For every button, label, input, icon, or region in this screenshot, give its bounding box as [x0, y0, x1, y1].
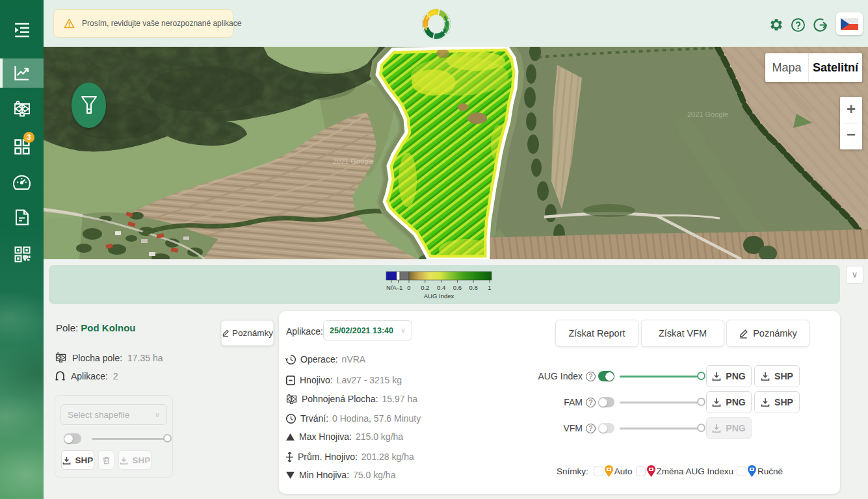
svg-text:1: 1 — [488, 284, 491, 291]
svg-text:2021 Google: 2021 Google — [687, 110, 728, 118]
svg-text:AUG Index: AUG Index — [424, 292, 454, 300]
svg-text:0.8: 0.8 — [469, 284, 478, 291]
svg-text:0: 0 — [407, 284, 410, 291]
svg-text:2021 Google: 2021 Google — [333, 157, 374, 165]
svg-text:0.4: 0.4 — [437, 284, 445, 291]
svg-text:-1: -1 — [397, 284, 402, 291]
svg-text:0.6: 0.6 — [453, 284, 462, 291]
svg-text:N/A: N/A — [386, 284, 397, 291]
svg-text:0.2: 0.2 — [421, 284, 429, 291]
